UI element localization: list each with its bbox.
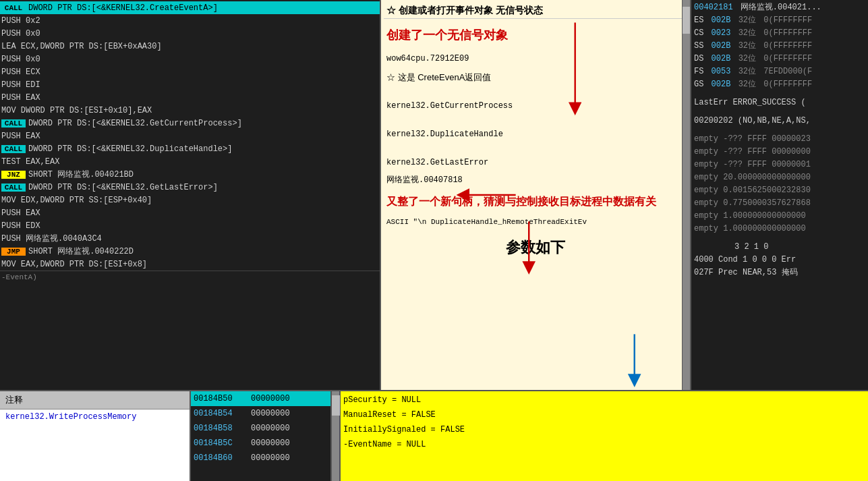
reg-title-line: 00402181 网络监视.004021... [694,1,865,14]
asm-text-13: SHORT 网络监视.004021BD [28,169,134,180]
asm-text-12: TEST EAX,EAX [1,157,59,167]
asm-line-17[interactable]: PUSH EDX [0,219,380,232]
data-row-3: -EventName = NULL [343,437,865,452]
asm-line-18[interactable]: PUSH 网络监视.0040A3C4 [0,232,380,245]
asm-text-16: PUSH EAX [1,208,40,218]
reg-lasterr: LastErr ERROR_SUCCESS ( [694,96,865,109]
jmp-badge-19: JMP [1,248,26,256]
analysis-line3: ☆ 这是 CreteEvenA返回值 [384,70,687,85]
reg-row1: 4000 Cond 1 0 0 0 Err [694,254,865,266]
asm-line-16[interactable]: PUSH EAX [0,206,380,219]
hex-row-4[interactable]: 00184B60 00000000 [191,451,330,465]
asm-text-5: PUSH ECX [1,67,40,77]
reg-title-addr: 00402181 [694,3,733,12]
middle-scrollbar-thumb[interactable] [683,7,691,34]
asm-line-20[interactable]: MOV EAX,DWORD PTR DS:[ESI+0x8] [0,258,380,271]
reg-ds: DS 002B 32位 0(FFFFFFFF [694,53,865,65]
hex-panel-wrapper: 00184B50 00000000 00184B54 00000000 0018… [191,391,341,481]
notes-label: 注释 [0,391,190,409]
data-panel: pSecurity = NULL ManualReset = FALSE Ini… [341,391,868,481]
asm-line-9[interactable]: CALL DWORD PTR DS:[<&KERNEL32.GetCurrent… [0,117,380,130]
hex-row-3[interactable]: 00184B5C 00000000 [191,436,330,451]
asm-line-12[interactable]: TEST EAX,EAX [0,155,380,168]
asm-line-4[interactable]: PUSH 0x0 [0,53,380,65]
asm-line-3[interactable]: LEA ECX,DWORD PTR DS:[EBX+0xAA30] [0,40,380,53]
reg-spacer1 [694,91,865,96]
hex-panel[interactable]: 00184B50 00000000 00184B54 00000000 0018… [191,391,331,481]
asm-overflow-text: -EventA) [1,273,37,281]
reg-spacer4 [694,235,865,241]
asm-line-0[interactable]: CALL DWORD PTR DS:[<&KERNEL32.CreateEven… [0,1,380,14]
reg-empty-1: empty -??? FFFF 00000000 [694,146,865,159]
reg-empty-6: empty 1.000000000000000 [694,210,865,223]
hex-scrollbar-thumb[interactable] [332,395,340,416]
reg-empty-3: empty 20.000000000000000 [694,171,865,184]
reg-empty-0: empty -??? FFFF 00000023 [694,133,865,146]
registers-panel: 00402181 网络监视.004021... ES 002B 32位 0(FF… [691,0,868,390]
call-badge-9: CALL [1,119,26,128]
notes-panel: 注释 kernel32.WriteProcessMemory [0,391,191,481]
asm-line-2[interactable]: PUSH 0x0 [0,27,380,40]
asm-text-15: MOV EDX,DWORD PTR SS:[ESP+0x40] [1,196,152,205]
asm-line-19[interactable]: JMP SHORT 网络监视.0040222D [0,245,380,258]
reg-spacer3 [694,128,865,133]
asm-line-8[interactable]: MOV DWORD PTR DS:[ESI+0x10],EAX [0,104,380,117]
hex-scrollbar[interactable] [331,391,339,481]
asm-text-20: MOV EAX,DWORD PTR DS:[ESI+0x8] [1,260,147,269]
reg-cs: CS 0023 32位 0(FFFFFFFF [694,27,865,40]
asm-text-8: MOV DWORD PTR DS:[ESI+0x10],EAX [1,106,152,115]
analysis-line10: 参数如下 [384,240,687,255]
hex-addr-0: 00184B50 [191,394,248,403]
asm-overflow-line: -EventA) [0,271,380,283]
asm-line-1[interactable]: PUSH 0x2 [0,14,380,27]
hex-addr-1: 00184B54 [191,409,248,418]
asm-line-10[interactable]: PUSH EAX [0,130,380,142]
reg-empty-2: empty -??? FFFF 00000001 [694,159,865,171]
hex-val-0: 00000000 [248,394,302,403]
notes-content: kernel32.WriteProcessMemory [0,409,190,481]
jnz-badge-13: JNZ [1,171,26,179]
reg-gs: GS 002B 32位 0(FFFFFFFF [694,78,865,91]
asm-line-6[interactable]: PUSH EDI [0,78,380,91]
analysis-line1-container: 创建了一个无信号对象 [384,22,687,49]
asm-line-15[interactable]: MOV EDX,DWORD PTR SS:[ESP+0x40] [0,194,380,206]
asm-text-11: DWORD PTR DS:[<&KERNEL32.DuplicateHandle… [28,144,232,154]
hex-val-3: 00000000 [248,438,302,448]
analysis-header: ☆ 创建或者打开事件对象 无信号状态 [384,3,687,19]
reg-fs: FS 0053 32位 7EFDD000(F [694,65,865,78]
data-panel-wrapper: pSecurity = NULL ManualReset = FALSE Ini… [341,391,868,481]
analysis-line2: wow64cpu.72912E09 [384,51,687,66]
disassembly-panel[interactable]: CALL DWORD PTR DS:[<&KERNEL32.CreateEven… [0,0,381,390]
asm-text-14: DWORD PTR DS:[<&KERNEL32.GetLastError>] [28,183,218,192]
data-row-4 [343,452,865,467]
reg-empty-7: empty 1.000000000000000 [694,223,865,235]
top-section: CALL DWORD PTR DS:[<&KERNEL32.CreateEven… [0,0,868,391]
asm-line-5[interactable]: PUSH ECX [0,65,380,78]
analysis-line4: kernel32.GetCurrentProcess [384,98,687,113]
data-row-0: pSecurity = NULL [343,393,865,407]
data-row-2: InitiallySignaled = FALSE [343,422,865,437]
hex-addr-2: 00184B58 [191,424,248,433]
call-badge-11: CALL [1,145,26,153]
asm-text-19: SHORT 网络监视.0040222D [28,246,134,257]
asm-line-11[interactable]: CALL DWORD PTR DS:[<&KERNEL32.DuplicateH… [0,142,380,155]
asm-text-3: LEA ECX,DWORD PTR DS:[EBX+0xAA30] [1,42,162,51]
asm-line-7[interactable]: PUSH EAX [0,91,380,104]
asm-line-13[interactable]: JNZ SHORT 网络监视.004021BD [0,168,380,181]
reg-title-label: 网络监视.004021... [741,3,821,12]
asm-text-18: PUSH 网络监视.0040A3C4 [1,233,102,244]
analysis-line5: kernel32.DuplicateHandle [384,127,687,142]
hex-val-4: 00000000 [248,453,302,463]
asm-line-14[interactable]: CALL DWORD PTR DS:[<&KERNEL32.GetLastErr… [0,181,380,194]
asm-text-2: PUSH 0x0 [1,29,40,38]
hex-addr-3: 00184B5C [191,438,248,448]
asm-text-17: PUSH EDX [1,221,40,231]
asm-text-6: PUSH EDI [1,80,40,90]
call-badge-0: CALL [1,4,26,12]
analysis-content: ☆ 创建或者打开事件对象 无信号状态 创建了一个无信号对象 wow64cpu.7… [384,3,687,387]
hex-row-1[interactable]: 00184B54 00000000 [191,406,330,421]
asm-text-0: DWORD PTR DS:[<&KERNEL32.CreateEventA>] [28,3,218,13]
hex-row-0[interactable]: 00184B50 00000000 [191,391,330,406]
hex-row-2[interactable]: 00184B58 00000000 [191,421,330,436]
middle-scrollbar[interactable] [682,0,690,390]
